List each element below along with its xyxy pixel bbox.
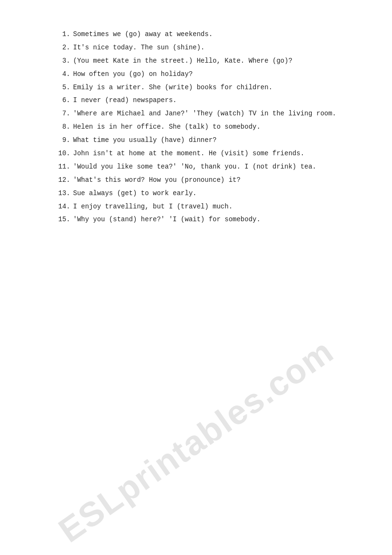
page-content: 1.Sometimes we (go) away at weekends.2.I… [0, 0, 392, 255]
line-text: 'Why you (stand) here?' 'I (wait) for so… [73, 214, 354, 226]
line-number: 12. [57, 174, 70, 187]
line-number: 6. [57, 94, 70, 107]
list-item: 12.'What's this word? How you (pronounce… [57, 174, 354, 187]
line-number: 13. [57, 188, 70, 200]
line-text: Sometimes we (go) away at weekends. [73, 28, 354, 41]
list-item: 11.'Would you like some tea?' 'No, thank… [57, 161, 354, 173]
list-item: 10.John isn't at home at the moment. He … [57, 148, 354, 160]
line-text: (You meet Kate in the street.) Hello, Ka… [73, 55, 354, 67]
line-number: 5. [57, 82, 70, 94]
list-item: 4.How often you (go) on holiday? [57, 68, 354, 81]
line-text: I enjoy travelling, but I (travel) much. [73, 201, 354, 213]
watermark-text: ESLprintables.com [51, 331, 340, 550]
list-item: 9.What time you usually (have) dinner? [57, 134, 354, 147]
line-text: What time you usually (have) dinner? [73, 134, 354, 147]
line-number: 15. [57, 214, 70, 226]
list-item: 3.(You meet Kate in the street.) Hello, … [57, 55, 354, 67]
list-item: 15.'Why you (stand) here?' 'I (wait) for… [57, 214, 354, 226]
line-number: 14. [57, 201, 70, 213]
line-text: Emily is a writer. She (write) books for… [73, 82, 354, 94]
list-item: 8.Helen is in her office. She (talk) to … [57, 121, 354, 133]
line-text: John isn't at home at the moment. He (vi… [73, 148, 354, 160]
list-item: 14.I enjoy travelling, but I (travel) mu… [57, 201, 354, 213]
line-text: Sue always (get) to work early. [73, 188, 354, 200]
exercise-list: 1.Sometimes we (go) away at weekends.2.I… [57, 28, 354, 226]
list-item: 6.I never (read) newspapers. [57, 94, 354, 107]
list-item: 7.'Where are Michael and Jane?' 'They (w… [57, 108, 354, 120]
line-text: 'Would you like some tea?' 'No, thank yo… [73, 161, 354, 173]
line-text: 'Where are Michael and Jane?' 'They (wat… [73, 108, 354, 120]
list-item: 1.Sometimes we (go) away at weekends. [57, 28, 354, 41]
list-item: 2.It's nice today. The sun (shine). [57, 42, 354, 54]
line-text: How often you (go) on holiday? [73, 68, 354, 81]
line-text: I never (read) newspapers. [73, 94, 354, 107]
line-number: 2. [57, 42, 70, 54]
line-number: 11. [57, 161, 70, 173]
line-number: 8. [57, 121, 70, 133]
line-text: 'What's this word? How you (pronounce) i… [73, 174, 354, 187]
line-number: 9. [57, 134, 70, 147]
line-number: 1. [57, 28, 70, 41]
list-item: 13.Sue always (get) to work early. [57, 188, 354, 200]
line-text: Helen is in her office. She (talk) to so… [73, 121, 354, 133]
line-number: 7. [57, 108, 70, 120]
line-number: 3. [57, 55, 70, 67]
line-number: 10. [57, 148, 70, 160]
line-number: 4. [57, 68, 70, 81]
list-item: 5.Emily is a writer. She (write) books f… [57, 82, 354, 94]
line-text: It's nice today. The sun (shine). [73, 42, 354, 54]
